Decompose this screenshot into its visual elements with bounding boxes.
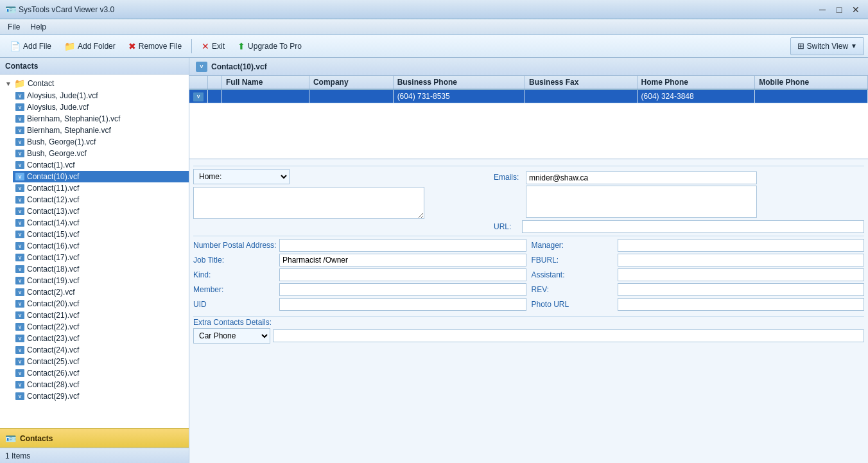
tree-item-label-19: Contact(21).vcf [27,311,79,320]
assistant-input[interactable] [618,268,865,281]
status-bar: 1 Items [0,448,189,463]
col-mobile-phone[interactable]: Mobile Phone [755,76,868,89]
vcf-icon-20: V [15,323,24,331]
details-panel[interactable]: Home: Work: Other: Emails: [189,159,868,463]
address-type-select[interactable]: Home: Work: Other: [193,169,290,184]
col-business-fax[interactable]: Business Fax [525,76,638,89]
tree-item-12[interactable]: V Contact(15).vcf [13,229,189,240]
file-title: Contact(10).vcf [211,62,267,71]
uid-input[interactable] [279,298,526,311]
tree-item-0[interactable]: V Aloysius, Jude(1).vcf [13,90,189,101]
address-textarea[interactable] [193,187,424,219]
toolbar: 📄 Add File 📁 Add Folder ✖ Remove File ✕ … [0,35,868,58]
tree-item-13[interactable]: V Contact(16).vcf [13,240,189,252]
minimize-button[interactable]: ─ [815,3,829,17]
assistant-row: Assistant: [532,268,865,281]
table-container[interactable]: Full Name Company Business Phone Busines… [189,76,868,159]
tree-item-7[interactable]: V Contact(10).vcf [13,171,189,182]
tree-item-22[interactable]: V Contact(24).vcf [13,344,189,356]
tree-item-label-25: Contact(28).vcf [27,380,79,389]
car-phone-select[interactable]: Car Phone Pager ISDN Other [193,328,270,344]
tree-item-11[interactable]: V Contact(14).vcf [13,217,189,229]
tree-item-17[interactable]: V Contact(2).vcf [13,286,189,298]
job-title-label: Job Title: [193,256,277,265]
add-file-button[interactable]: 📄 Add File [4,37,57,55]
file-header-icon: V [196,62,207,72]
manager-input[interactable] [618,239,865,252]
tree-item-3[interactable]: V Biernham, Stephanie.vcf [13,125,189,136]
rev-label: REV: [532,285,615,294]
tree-item-label-8: Contact(11).vcf [27,184,79,193]
exit-icon: ✕ [202,41,209,51]
upgrade-button[interactable]: ⬆ Upgrade To Pro [232,37,308,55]
remove-file-button[interactable]: ✖ Remove File [123,37,187,55]
tree-item-1[interactable]: V Aloysius, Jude.vcf [13,101,189,113]
number-postal-input[interactable] [279,239,526,252]
tree-area[interactable]: ▼ 📁 Contact V Aloysius, Jude(1).vcf V Al… [0,74,189,428]
tree-item-label-16: Contact(19).vcf [27,276,79,285]
tree-item-14[interactable]: V Contact(17).vcf [13,252,189,263]
tree-item-20[interactable]: V Contact(22).vcf [13,321,189,333]
tree-item-16[interactable]: V Contact(19).vcf [13,275,189,286]
photo-url-label: Photo URL [532,300,615,309]
tree-item-25[interactable]: V Contact(28).vcf [13,379,189,390]
vcf-icon-2: V [15,115,24,123]
contacts-header-label: Contacts [5,62,38,71]
tree-item-label-0: Aloysius, Jude(1).vcf [27,91,98,100]
emails-content [526,171,864,218]
row-fullname-cell [222,89,309,103]
kind-input[interactable] [279,268,526,281]
vcf-icon-8: V [15,184,24,192]
menu-help[interactable]: Help [25,21,51,33]
tree-item-6[interactable]: V Contact(1).vcf [13,159,189,171]
tree-item-4[interactable]: V Bush, George(1).vcf [13,136,189,148]
menu-file[interactable]: File [3,21,25,33]
tree-folder-contact[interactable]: ▼ 📁 Contact [0,77,189,90]
fburl-input[interactable] [618,254,865,266]
job-title-input[interactable] [279,254,526,266]
folder-icon: 📁 [14,78,25,89]
row-business-fax-cell [525,89,638,103]
member-label: Member: [193,285,277,294]
col-company[interactable]: Company [309,76,393,89]
folder-label: Contact [28,79,54,88]
tree-item-24[interactable]: V Contact(26).vcf [13,367,189,379]
rev-input[interactable] [618,283,865,296]
col-business-phone[interactable]: Business Phone [393,76,525,89]
tree-item-2[interactable]: V Biernham, Stephanie(1).vcf [13,113,189,125]
vcf-icon-16: V [15,277,24,284]
table-row[interactable]: V (604) 731-8535 (604) 324-3848 [189,89,868,103]
switch-view-button[interactable]: ⊞ Switch View ▼ [790,37,864,55]
bottom-contacts-label: Contacts [20,434,53,443]
tree-item-8[interactable]: V Contact(11).vcf [13,182,189,194]
tree-item-26[interactable]: V Contact(29).vcf [13,390,189,402]
tree-item-9[interactable]: V Contact(12).vcf [13,194,189,205]
email-input[interactable] [526,171,757,184]
vcf-icon-25: V [15,381,24,389]
member-input[interactable] [279,283,526,296]
exit-button[interactable]: ✕ Exit [196,37,230,55]
email-textarea[interactable] [526,186,757,218]
collapse-icon: ▼ [5,80,12,87]
add-folder-button[interactable]: 📁 Add Folder [58,37,121,55]
tree-item-5[interactable]: V Bush, George.vcf [13,148,189,159]
url-input[interactable] [522,220,864,233]
tree-item-label-13: Contact(16).vcf [27,241,79,250]
tree-item-19[interactable]: V Contact(21).vcf [13,310,189,321]
photo-url-input[interactable] [618,298,865,311]
car-phone-input[interactable] [273,329,864,342]
tree-item-18[interactable]: V Contact(20).vcf [13,298,189,310]
tree-item-label-18: Contact(20).vcf [27,299,79,308]
col-fullname[interactable]: Full Name [222,76,309,89]
col-icon [189,76,208,89]
tree-item-21[interactable]: V Contact(23).vcf [13,333,189,344]
tree-item-label-23: Contact(25).vcf [27,357,79,366]
close-button[interactable]: ✕ [849,3,863,17]
tree-item-15[interactable]: V Contact(18).vcf [13,263,189,275]
vcf-icon-10: V [15,207,24,215]
emails-label: Emails: [494,171,523,182]
tree-item-10[interactable]: V Contact(13).vcf [13,205,189,217]
col-home-phone[interactable]: Home Phone [637,76,755,89]
maximize-button[interactable]: □ [832,3,846,17]
tree-item-23[interactable]: V Contact(25).vcf [13,356,189,367]
